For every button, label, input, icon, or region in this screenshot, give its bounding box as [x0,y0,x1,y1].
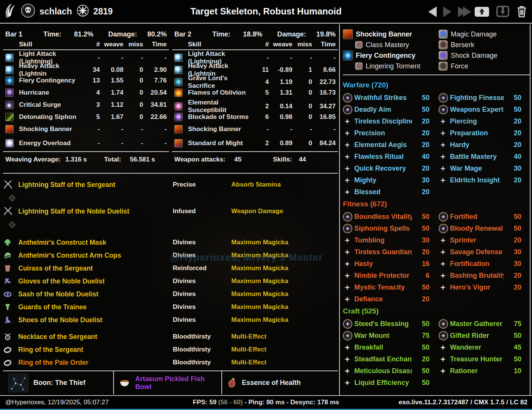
gear-trait: Infused [173,207,231,215]
cp-star-points: 50 [504,106,521,114]
light-attack-icon [5,54,14,62]
skill-row: Light Attack (Lightning)---- [172,50,338,62]
constellation-icon [8,374,28,393]
skill-miss: 0 [123,66,143,74]
cp-star-name: Quick Recovery [354,165,412,173]
star-icon [440,249,446,255]
skill-row: Elemental Susceptibilit20.14034.27 [172,99,338,111]
skill-count: - [252,54,269,62]
buff-right-cell: Berserk [439,40,529,49]
gear-name: Lightning Staff of the Noble Duelist [18,207,173,215]
main-content: Bar 1Time:81.2%Damage:80.2%Skill#weavemi… [0,24,532,395]
slotted-star-icon [439,93,448,103]
blockade-of-storms-icon [174,113,183,121]
cp-star-points: 20 [412,117,429,125]
skill-count: - [83,54,100,62]
cp-star-cell: Meticulous Disass50 [343,365,439,377]
cp-star-points: 20 [504,236,521,244]
star-icon [346,108,350,112]
skill-name: Grave Lord's Sacrifice [188,74,252,90]
player-name: schlach [39,6,72,17]
save-report-button[interactable] [473,4,491,20]
detonating-siphon-icon [5,113,14,121]
skill-weave: 1.19 [269,78,292,86]
skill-name: Shocking Banner [19,125,83,133]
cp-row: Flawless Ritual40Battle Mastery40 [343,151,529,163]
gear-trait: Divines [173,239,231,246]
skill-bars: Bar 1Time:81.2%Damage:80.2%Skill#weavemi… [3,27,338,166]
skill-row: Light Attack (Lightning)---- [3,50,169,62]
cp-star-points: 40 [504,153,521,161]
gear-row: Cuirass of the SergeantReinforcedMaximum… [3,262,338,275]
skill-weave: - [100,139,123,147]
cp-star-cell: War Mount75 [343,330,439,342]
cp-star-cell: Savage Defense30 [439,246,529,258]
cp-star-name: Fighting Finesse [450,94,504,102]
weapon-enchant-slot-row [3,191,338,205]
cp-star-points: 50 [412,320,429,328]
cp-row: Steed's Blessing50Master Gatherer75 [343,318,529,330]
next-fight-button[interactable] [442,5,453,19]
cp-row: Hasty16Fortification30 [343,258,529,270]
cp-star-cell: Steadfast Enchant20 [343,353,439,365]
cp-row: War Mount75Gifted Rider50 [343,330,529,342]
cp-star-name: Siphoning Spells [354,225,412,233]
skill-miss: 0 [123,113,143,121]
buff-left-cell: Fiery Contingency [343,51,439,60]
damage-value: 19.8% [308,30,336,38]
delete-fight-button[interactable] [515,3,529,21]
cp-section-title: Craft (525) [343,305,529,318]
buff-right-cell: Shock Damage [439,51,529,60]
last-fight-button[interactable] [456,5,469,19]
skill-time: 34.81 [143,101,167,109]
gear-trait: Divines [173,277,231,285]
gear-trait: Divines [173,290,231,298]
summary-value-2: 44 [299,156,336,163]
cp-star-cell [439,186,529,198]
cp-star-cell: Elemental Aegis20 [343,139,439,151]
damage-value: 80.2% [139,30,167,38]
cp-star-points: 20 [412,165,429,173]
cp-star-cell: Quick Recovery20 [343,163,439,174]
cp-star-cell: Siphoning Spells50 [343,223,439,234]
skill-count: 6 [252,113,269,121]
shocking-banner-icon [174,125,183,133]
seal-script-icon [355,62,363,70]
star-icon [344,249,350,255]
star-icon [440,273,446,279]
cp-star-name: Nimble Protector [354,272,412,280]
cp-star-cell [439,293,529,305]
crossed-swords-icon [3,180,18,190]
skill-time: - [312,54,336,62]
time-label: Time: [43,30,63,38]
star-icon [441,108,446,112]
gear-name: Ring of the Sergeant [18,346,173,354]
skill-row: Grave Lord's Sacrifice41.19022.73 [172,74,338,87]
potion-bottle-icon [227,377,237,389]
star-icon [440,356,446,362]
time-value: 18.8% [232,30,262,38]
cp-star-cell: Tireless Guardian20 [343,246,439,258]
gear-name: Gloves of the Noble Duelist [18,277,173,285]
slotted-star-icon [343,319,352,329]
star-icon [440,119,446,124]
gear-name: Ring of the Pale Order [18,359,173,367]
dps-emblem-icon [76,4,89,19]
slotted-star-icon [439,105,448,114]
gear-enchant: Maximum Magicka [231,239,338,246]
cp-row: Mystic Tenacity50Hero's Vigor20 [343,282,529,293]
fiery-contingency-icon [343,51,353,60]
title-bar: schlach 2819 Target Skeleton, Robust Hum… [0,0,532,24]
previous-fight-button[interactable] [427,5,438,19]
load-report-button[interactable] [494,4,511,20]
grave-lords-sacrifice-icon [174,78,183,86]
cp-star-cell: Boundless Vitality50 [343,211,439,223]
slotted-star-icon [343,224,352,233]
cp-star-name: Hardy [450,141,504,149]
bar-table-1: Bar 1Time:81.2%Damage:80.2%Skill#weavemi… [3,27,169,166]
cp-star-points: 16 [412,260,429,268]
divider [343,74,530,75]
cp-row: Steadfast Enchant20Treasure Hunter50 [343,353,529,365]
gear-row: Ring of the SergeantBloodthirstyMulti-Ef… [3,343,338,356]
performance-stats: FPS: 59 (56 - 60) - Ping: 80 ms - Desync… [193,399,339,406]
